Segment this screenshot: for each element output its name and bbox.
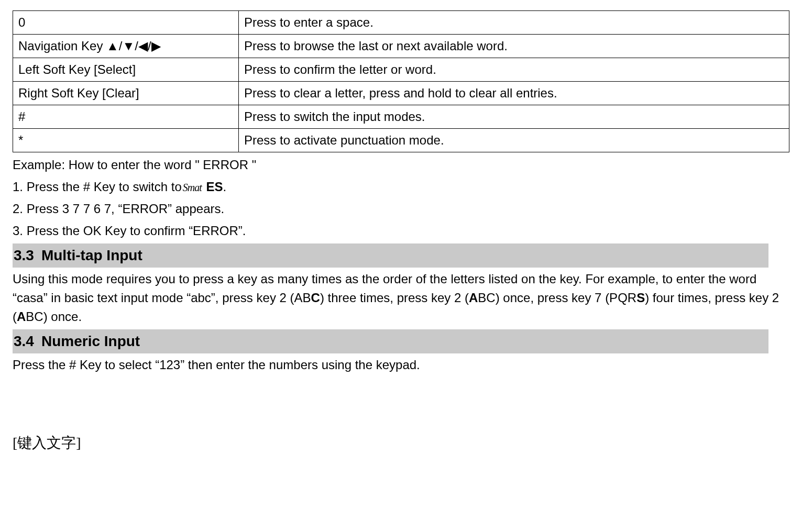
desc-cell: Press to clear a letter, press and hold … [239,82,789,105]
section-title: Multi-tap Input [41,247,142,263]
smart-input-icon: Smat [182,182,203,193]
body-bold: A [469,291,478,305]
key-cell: * [13,129,239,152]
table-row: Right Soft Key [Clear] Press to clear a … [13,82,789,105]
example-intro: Example: How to enter the word " ERROR " [13,156,789,174]
desc-cell: Press to confirm the letter or word. [239,58,789,82]
section-title: Numeric Input [41,333,140,349]
table-row: * Press to activate punctuation mode. [13,129,789,152]
desc-cell: Press to switch the input modes. [239,105,789,129]
example-step-2: 2. Press 3 7 7 6 7, “ERROR” appears. [13,199,789,218]
table-row: 0 Press to enter a space. [13,11,789,35]
key-cell: Navigation Key ▲/▼/◀/▶ [13,35,239,58]
table-row: Left Soft Key [Select] Press to confirm … [13,58,789,82]
key-function-table: 0 Press to enter a space. Navigation Key… [13,10,789,152]
body-bold: S [636,291,645,305]
section-heading-numeric: 3.4Numeric Input [13,329,768,353]
section-number: 3.3 [14,245,34,267]
key-cell: 0 [13,11,239,35]
body-bold: A [17,309,26,324]
section-number: 3.4 [14,330,34,352]
step1-text-b: ES [203,180,223,194]
body-text: ) three times, press key 2 ( [320,291,469,305]
example-step-3: 3. Press the OK Key to confirm “ERROR”. [13,221,789,240]
footer-placeholder: [键入文字] [13,432,789,454]
section-heading-multitap: 3.3Multi-tap Input [13,243,768,268]
example-step-1: 1. Press the # Key to switch toSmat ES. [13,178,789,196]
desc-cell: Press to browse the last or next availab… [239,35,789,58]
key-cell: # [13,105,239,129]
step1-text-a: 1. Press the # Key to switch to [13,180,182,194]
body-text: BC) once. [26,309,82,324]
body-bold: C [311,291,320,305]
section-33-body: Using this mode requires you to press a … [13,270,789,326]
table-row: Navigation Key ▲/▼/◀/▶ Press to browse t… [13,35,789,58]
desc-cell: Press to activate punctuation mode. [239,129,789,152]
step1-text-c: . [223,180,227,194]
key-cell: Right Soft Key [Clear] [13,82,239,105]
key-cell: Left Soft Key [Select] [13,58,239,82]
section-34-body: Press the # Key to select “123” then ent… [13,356,789,374]
body-text: BC) once, press key 7 (PQR [478,291,636,305]
table-row: # Press to switch the input modes. [13,105,789,129]
desc-cell: Press to enter a space. [239,11,789,35]
